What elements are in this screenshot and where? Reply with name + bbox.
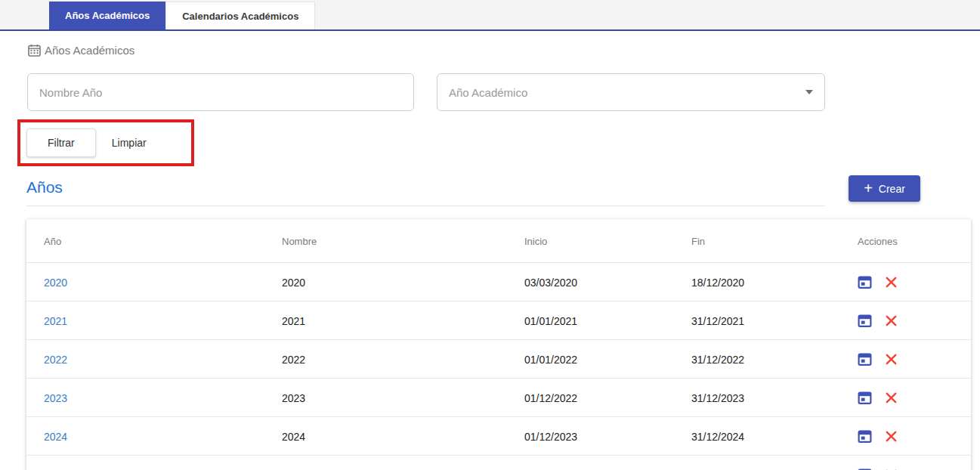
year-link[interactable]: 2020 <box>44 277 67 289</box>
actions-cell <box>858 301 971 340</box>
name-cell: 2023 <box>282 379 524 417</box>
calendar-icon[interactable] <box>858 314 872 328</box>
year-link[interactable]: 2023 <box>44 392 67 404</box>
calendar-icon[interactable] <box>858 429 872 444</box>
name-cell: 2020 <box>282 263 524 301</box>
calendar-icon[interactable] <box>858 391 872 405</box>
filtrar-button[interactable]: Filtrar <box>26 128 96 157</box>
page-header: Años Académicos <box>28 44 980 57</box>
actions-cell <box>858 456 971 470</box>
table-header-row: Año Nombre Inicio Fin Acciones <box>26 219 971 263</box>
year-link[interactable]: 2022 <box>44 354 67 366</box>
actions-cell <box>858 379 971 417</box>
actions-cell <box>858 340 971 379</box>
table-row: 2023202301/12/202231/12/2023 <box>26 379 971 417</box>
header-ano: Año <box>26 219 282 263</box>
years-table: Año Nombre Inicio Fin Acciones 202020200… <box>26 219 971 470</box>
year-cell: 2020 <box>26 263 282 301</box>
header-acciones: Acciones <box>858 219 971 263</box>
calendar-icon[interactable] <box>858 275 872 289</box>
nombre-ano-input[interactable] <box>27 73 414 111</box>
delete-x-icon[interactable] <box>885 430 898 443</box>
year-cell: 2024 <box>26 417 282 456</box>
delete-x-icon[interactable] <box>885 314 898 327</box>
tab-bar: Años Académicos Calendarios Académicos <box>0 0 980 31</box>
ano-academico-select[interactable]: Año Académico <box>437 73 825 111</box>
end-date-cell: 31/12/2025 <box>691 456 858 470</box>
name-cell: 2021 <box>282 301 524 340</box>
header-nombre: Nombre <box>282 219 524 263</box>
select-placeholder: Año Académico <box>449 86 527 99</box>
start-date-cell: 01/01/2021 <box>524 301 691 340</box>
start-date-cell: 01/01/2025 <box>524 456 691 470</box>
table-row: 2022202201/01/202231/12/2022 <box>26 340 971 379</box>
header-inicio: Inicio <box>524 219 691 263</box>
tab-label: Años Académicos <box>65 10 150 21</box>
limpiar-button[interactable]: Limpiar <box>96 129 162 156</box>
table-row: 2021202101/01/202131/12/2021 <box>26 301 971 340</box>
table-row: 2025202501/01/202531/12/2025 <box>26 456 971 470</box>
end-date-cell: 31/12/2021 <box>691 301 858 340</box>
year-link[interactable]: 2021 <box>44 315 67 327</box>
end-date-cell: 31/12/2023 <box>691 379 858 417</box>
red-annotation-box: Filtrar Limpiar <box>17 119 194 166</box>
name-cell: 2025 <box>282 456 524 470</box>
header-fin: Fin <box>691 219 858 263</box>
crear-button-label: Crear <box>879 183 905 195</box>
calendar-icon <box>28 44 41 57</box>
chevron-down-icon <box>805 90 813 94</box>
name-cell: 2022 <box>282 340 524 379</box>
section-title: Años <box>26 178 825 206</box>
start-date-cell: 01/01/2022 <box>524 340 691 379</box>
year-cell: 2023 <box>26 379 282 417</box>
calendar-icon[interactable] <box>858 352 872 366</box>
year-link[interactable]: 2024 <box>44 431 67 443</box>
tab-calendarios-academicos[interactable]: Calendarios Académicos <box>165 2 315 29</box>
delete-x-icon[interactable] <box>885 276 898 289</box>
years-table-card: Año Nombre Inicio Fin Acciones 202020200… <box>26 219 971 470</box>
crear-button[interactable]: + Crear <box>849 175 920 202</box>
year-cell: 2022 <box>26 340 282 379</box>
end-date-cell: 31/12/2024 <box>691 417 858 456</box>
tab-anos-academicos[interactable]: Años Académicos <box>49 2 165 29</box>
start-date-cell: 01/12/2022 <box>524 379 691 417</box>
name-cell: 2024 <box>282 417 524 456</box>
tab-label: Calendarios Académicos <box>182 11 298 22</box>
start-date-cell: 03/03/2020 <box>524 263 691 301</box>
page-title: Años Académicos <box>45 44 134 57</box>
actions-cell <box>858 417 971 456</box>
table-body: 2020202003/03/202018/12/20202021202101/0… <box>26 263 971 470</box>
years-section-header: Años + Crear <box>26 178 980 206</box>
plus-icon: + <box>864 181 873 196</box>
actions-cell <box>858 263 971 301</box>
table-row: 2020202003/03/202018/12/2020 <box>26 263 971 301</box>
delete-x-icon[interactable] <box>885 353 898 366</box>
table-row: 2024202401/12/202331/12/2024 <box>26 417 971 456</box>
year-cell: 2021 <box>26 301 282 340</box>
year-cell: 2025 <box>26 456 282 470</box>
end-date-cell: 31/12/2022 <box>691 340 858 379</box>
start-date-cell: 01/12/2023 <box>524 417 691 456</box>
delete-x-icon[interactable] <box>885 391 898 404</box>
filters-row: Año Académico <box>27 73 980 111</box>
end-date-cell: 18/12/2020 <box>691 263 858 301</box>
